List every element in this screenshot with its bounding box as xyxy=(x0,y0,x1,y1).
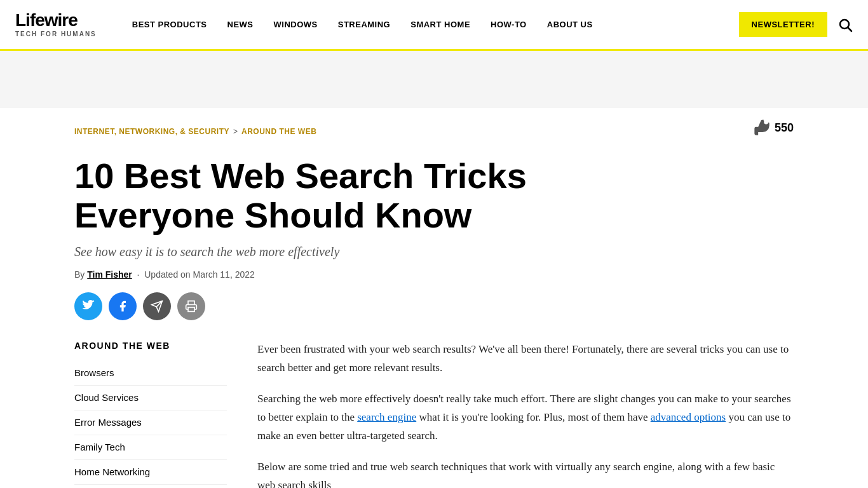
site-logo[interactable]: Lifewire TECH FOR HUMANS xyxy=(15,11,97,37)
updated-date: Updated on March 11, 2022 xyxy=(144,269,255,280)
search-engine-link[interactable]: search engine xyxy=(357,411,416,423)
print-icon xyxy=(185,300,198,313)
logo-tagline: TECH FOR HUMANS xyxy=(15,30,97,37)
list-item: Home Networking xyxy=(74,460,227,485)
list-item: Error Messages xyxy=(74,410,227,435)
share-email-button[interactable] xyxy=(143,292,171,320)
content-layout: AROUND THE WEB Browsers Cloud Services E… xyxy=(74,341,794,488)
list-item: Browsers xyxy=(74,361,227,386)
banner-ad xyxy=(0,51,868,108)
article-subtitle: See how easy it is to search the web mor… xyxy=(74,245,583,259)
sidebar-link-error-messages[interactable]: Error Messages xyxy=(74,417,142,428)
social-share-buttons xyxy=(74,292,794,320)
list-item: Family Tech xyxy=(74,435,227,460)
sidebar-link-home-networking[interactable]: Home Networking xyxy=(74,466,150,477)
nav-item-news[interactable]: NEWS xyxy=(217,20,264,29)
like-area: 550 xyxy=(753,119,794,137)
share-facebook-button[interactable] xyxy=(109,292,137,320)
breadcrumb-current[interactable]: AROUND THE WEB xyxy=(241,127,316,136)
email-icon xyxy=(151,300,163,313)
author-link[interactable]: Tim Fisher xyxy=(87,269,132,280)
article-body: Ever been frustrated with your web searc… xyxy=(257,341,794,488)
article-paragraph-2: Searching the web more effectively doesn… xyxy=(257,390,794,445)
search-icon xyxy=(837,17,853,32)
breadcrumb: INTERNET, NETWORKING, & SECURITY > AROUN… xyxy=(74,127,316,136)
nav-item-streaming[interactable]: STREAMING xyxy=(328,20,401,29)
newsletter-button[interactable]: NEWSLETTER! xyxy=(739,12,827,37)
main-container: INTERNET, NETWORKING, & SECURITY > AROUN… xyxy=(59,108,809,488)
logo-text: Lifewire xyxy=(15,11,97,29)
search-button[interactable] xyxy=(837,17,853,32)
sidebar-list: Browsers Cloud Services Error Messages F… xyxy=(74,361,227,485)
list-item: Cloud Services xyxy=(74,386,227,410)
like-count: 550 xyxy=(775,121,794,135)
advanced-options-link[interactable]: advanced options xyxy=(651,411,726,423)
thumbs-up-icon xyxy=(753,119,771,137)
nav-item-how-to[interactable]: HOW-TO xyxy=(480,20,537,29)
sidebar-section-title: AROUND THE WEB xyxy=(74,341,227,351)
print-button[interactable] xyxy=(177,292,205,320)
article-title: 10 Best Web Search Tricks Everyone Shoul… xyxy=(74,156,646,234)
nav-item-windows[interactable]: WINDOWS xyxy=(264,20,328,29)
svg-rect-2 xyxy=(188,308,194,312)
twitter-icon xyxy=(82,300,95,313)
svg-line-1 xyxy=(848,27,852,31)
main-nav: BEST PRODUCTS NEWS WINDOWS STREAMING SMA… xyxy=(122,20,729,29)
sidebar-link-cloud-services[interactable]: Cloud Services xyxy=(74,392,139,403)
author-label: By xyxy=(74,269,85,280)
sidebar-link-browsers[interactable]: Browsers xyxy=(74,367,114,378)
sidebar: AROUND THE WEB Browsers Cloud Services E… xyxy=(74,341,227,488)
site-header: Lifewire TECH FOR HUMANS BEST PRODUCTS N… xyxy=(0,0,868,51)
article-meta: By Tim Fisher · Updated on March 11, 202… xyxy=(74,269,794,280)
share-twitter-button[interactable] xyxy=(74,292,102,320)
breadcrumb-separator: > xyxy=(233,127,238,136)
sidebar-link-family-tech[interactable]: Family Tech xyxy=(74,442,125,452)
article-paragraph-3: Below are some tried and true web search… xyxy=(257,458,794,488)
article-paragraph-1: Ever been frustrated with your web searc… xyxy=(257,341,794,377)
facebook-icon xyxy=(116,300,129,313)
nav-item-smart-home[interactable]: SMART HOME xyxy=(400,20,480,29)
nav-item-about-us[interactable]: ABOUT US xyxy=(537,20,603,29)
nav-item-best-products[interactable]: BEST PRODUCTS xyxy=(122,20,217,29)
breadcrumb-parent[interactable]: INTERNET, NETWORKING, & SECURITY xyxy=(74,127,229,136)
